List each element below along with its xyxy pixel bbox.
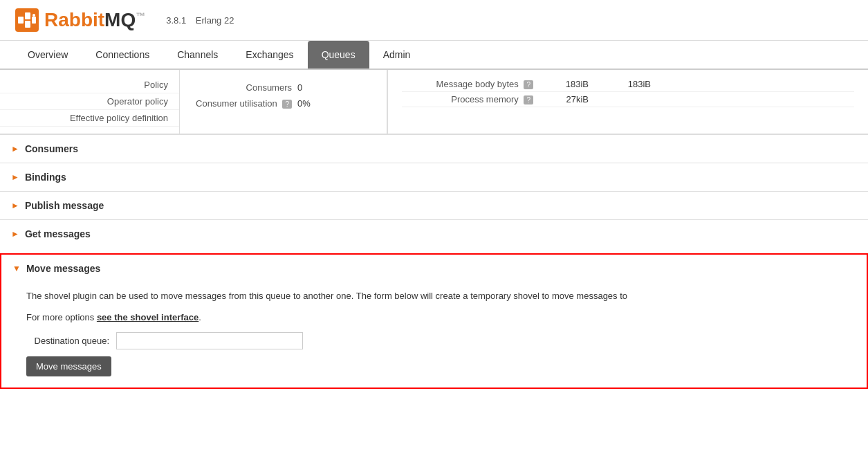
- publish-message-section-label: Publish message: [25, 200, 104, 211]
- message-body-bytes-val1: 183iB: [540, 79, 595, 89]
- get-messages-section-header[interactable]: ► Get messages: [0, 220, 868, 248]
- destination-queue-input[interactable]: [116, 332, 303, 349]
- left-panel: Policy Operator policy Effective policy …: [0, 70, 180, 134]
- logo-text: RabbitMQ™: [44, 9, 145, 31]
- bindings-arrow-icon: ►: [11, 172, 19, 182]
- move-messages-button[interactable]: Move messages: [26, 356, 111, 376]
- top-area: Policy Operator policy Effective policy …: [0, 70, 868, 134]
- logo: RabbitMQ™: [14, 7, 145, 33]
- destination-queue-label: Destination queue:: [26, 336, 116, 346]
- bindings-section-header[interactable]: ► Bindings: [0, 163, 868, 191]
- get-messages-section-label: Get messages: [25, 228, 91, 239]
- consumer-utilisation-row: Consumer utilisation ? 0%: [187, 95, 380, 111]
- sections-container: ► Consumers ► Bindings ► Publish message…: [0, 134, 868, 389]
- move-messages-content: The shovel plugin can be used to move me…: [1, 282, 867, 388]
- nav-overview[interactable]: Overview: [14, 41, 82, 69]
- page-wrapper: RabbitMQ™ 3.8.1 Erlang 22 Overview Conne…: [0, 0, 868, 394]
- message-body-bytes-help[interactable]: ?: [524, 80, 533, 89]
- publish-message-section: ► Publish message: [0, 191, 868, 219]
- svg-rect-4: [32, 17, 36, 24]
- get-messages-section: ► Get messages: [0, 219, 868, 248]
- message-body-bytes-val2: 183iB: [595, 79, 651, 89]
- erlang-version: Erlang 22: [196, 15, 234, 26]
- publish-message-section-header[interactable]: ► Publish message: [0, 192, 868, 219]
- process-memory-val: 27kiB: [540, 94, 595, 104]
- svg-rect-1: [18, 17, 24, 24]
- shovel-interface-link[interactable]: see the shovel interface: [97, 312, 198, 322]
- nav-queues[interactable]: Queues: [308, 41, 369, 69]
- version-info: 3.8.1 Erlang 22: [166, 15, 241, 26]
- move-messages-description: The shovel plugin can be used to move me…: [26, 289, 853, 304]
- header: RabbitMQ™ 3.8.1 Erlang 22: [0, 0, 868, 41]
- consumers-row: Consumers 0: [187, 80, 380, 95]
- consumers-value: 0: [297, 82, 325, 93]
- svg-rect-3: [25, 21, 30, 28]
- consumer-utilisation-label: Consumer utilisation ?: [187, 98, 297, 109]
- nav-admin[interactable]: Admin: [369, 41, 425, 69]
- svg-rect-2: [25, 12, 30, 19]
- nav-exchanges[interactable]: Exchanges: [232, 41, 307, 69]
- nav-connections[interactable]: Connections: [82, 41, 163, 69]
- consumers-section: ► Consumers: [0, 134, 868, 163]
- move-messages-section-label: Move messages: [26, 263, 100, 274]
- move-messages-arrow-icon: ▼: [12, 264, 21, 273]
- move-messages-section-header[interactable]: ▼ Move messages: [1, 255, 867, 282]
- get-messages-arrow-icon: ►: [11, 229, 19, 239]
- consumers-label: Consumers: [187, 82, 297, 93]
- consumers-arrow-icon: ►: [11, 144, 19, 154]
- move-messages-section: ▼ Move messages The shovel plugin can be…: [0, 253, 868, 389]
- consumers-section-label: Consumers: [25, 143, 78, 154]
- version-number: 3.8.1: [166, 15, 186, 26]
- rabbitmq-logo-icon: [14, 7, 40, 33]
- bindings-section-label: Bindings: [25, 172, 66, 183]
- publish-message-arrow-icon: ►: [11, 201, 19, 210]
- consumers-block: Consumers 0 Consumer utilisation ? 0%: [187, 77, 380, 114]
- consumer-utilisation-help[interactable]: ?: [282, 100, 292, 109]
- effective-policy-label: Effective policy definition: [57, 113, 168, 123]
- policy-row: Policy: [0, 77, 179, 93]
- move-messages-shovel-info: For more options see the shovel interfac…: [26, 311, 853, 325]
- bindings-section: ► Bindings: [0, 163, 868, 191]
- main-nav: Overview Connections Channels Exchanges …: [0, 41, 868, 70]
- operator-policy-label: Operator policy: [57, 96, 168, 107]
- consumer-utilisation-value: 0%: [297, 98, 311, 109]
- effective-policy-row: Effective policy definition: [0, 110, 179, 127]
- operator-policy-row: Operator policy: [0, 93, 179, 110]
- consumers-section-header[interactable]: ► Consumers: [0, 135, 868, 163]
- process-memory-help[interactable]: ?: [524, 95, 533, 104]
- message-body-bytes-row: Message body bytes ? 183iB 183iB: [402, 77, 854, 92]
- message-body-bytes-label: Message body bytes ?: [402, 79, 540, 89]
- right-panel: Message body bytes ? 183iB 183iB Process…: [387, 70, 868, 134]
- policy-label: Policy: [57, 80, 168, 90]
- middle-panel: Consumers 0 Consumer utilisation ? 0%: [180, 70, 387, 134]
- process-memory-row: Process memory ? 27kiB: [402, 92, 854, 107]
- destination-queue-row: Destination queue:: [26, 332, 853, 349]
- nav-channels[interactable]: Channels: [163, 41, 232, 69]
- svg-point-5: [33, 14, 35, 17]
- process-memory-label: Process memory ?: [402, 94, 540, 104]
